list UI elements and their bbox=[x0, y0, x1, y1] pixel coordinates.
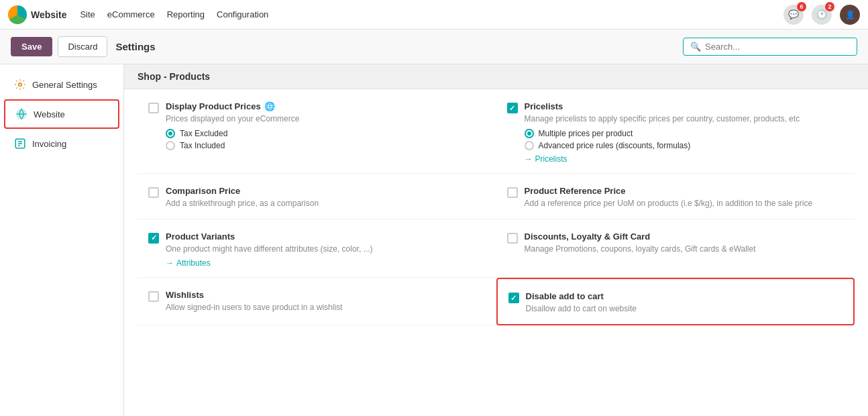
setting-product-variants: Product Variants One product might have … bbox=[138, 219, 496, 278]
logo-text: Website bbox=[31, 9, 66, 20]
product-reference-price-checkbox[interactable] bbox=[507, 187, 518, 198]
comparison-price-desc: Add a strikethrough price, as a comparis… bbox=[166, 198, 486, 209]
pricelists-link[interactable]: → Pricelists bbox=[525, 154, 845, 164]
product-reference-price-desc: Add a reference price per UoM on product… bbox=[525, 198, 845, 209]
product-variants-checkbox[interactable] bbox=[148, 233, 159, 244]
clock-badge: 2 bbox=[825, 2, 834, 11]
attributes-link[interactable]: → Attributes bbox=[166, 258, 486, 268]
pricelists-content: Pricelists Manage pricelists to apply sp… bbox=[525, 101, 845, 164]
advanced-price-radio[interactable]: Advanced price rules (discounts, formula… bbox=[525, 141, 845, 150]
avatar-icon: 👤 bbox=[845, 10, 855, 19]
sidebar-item-general-settings[interactable]: General Settings bbox=[4, 71, 119, 98]
setting-product-reference-price: Product Reference Price Add a reference … bbox=[496, 174, 855, 219]
pricelists-desc: Manage pricelists to apply specific pric… bbox=[525, 113, 845, 125]
discard-button[interactable]: Discard bbox=[58, 36, 107, 57]
save-button[interactable]: Save bbox=[11, 37, 52, 56]
setting-disable-add-to-cart: Disable add to cart Disallow add to cart… bbox=[496, 278, 855, 325]
search-icon: 🔍 bbox=[690, 42, 701, 52]
disable-add-to-cart-checkbox[interactable] bbox=[508, 293, 519, 303]
top-nav: Website Site eCommerce Reporting Configu… bbox=[0, 0, 868, 30]
sidebar-label-invoicing: Invoicing bbox=[32, 139, 66, 149]
comparison-price-checkbox[interactable] bbox=[148, 187, 159, 198]
toolbar: Save Discard Settings 🔍 bbox=[0, 30, 868, 64]
product-reference-price-content: Product Reference Price Add a reference … bbox=[525, 186, 845, 209]
disable-add-to-cart-desc: Disallow add to cart on website bbox=[526, 303, 843, 315]
nav-links: Site eCommerce Reporting Configuration bbox=[80, 9, 268, 19]
logo-icon bbox=[8, 5, 27, 24]
product-variants-title: Product Variants bbox=[166, 231, 486, 242]
clock-button[interactable]: 🕐 2 bbox=[812, 5, 832, 25]
setting-discounts-loyalty: Discounts, Loyalty & Gift Card Manage Pr… bbox=[496, 219, 855, 278]
advanced-price-radio-circle[interactable] bbox=[525, 141, 534, 150]
general-settings-icon bbox=[13, 78, 27, 91]
avatar[interactable]: 👤 bbox=[840, 5, 860, 25]
comparison-price-content: Comparison Price Add a strikethrough pri… bbox=[166, 186, 486, 209]
wishlists-title: Wishlists bbox=[166, 290, 486, 300]
settings-grid: Display Product Prices 🌐 Prices displaye… bbox=[124, 89, 868, 325]
website-icon bbox=[15, 107, 28, 121]
product-reference-price-title: Product Reference Price bbox=[525, 186, 845, 196]
tax-included-radio-circle[interactable] bbox=[166, 141, 175, 150]
invoicing-icon bbox=[13, 137, 27, 150]
wishlists-checkbox[interactable] bbox=[148, 291, 159, 302]
setting-pricelists: Pricelists Manage pricelists to apply sp… bbox=[496, 89, 855, 174]
search-input[interactable] bbox=[705, 42, 850, 52]
disable-add-to-cart-title: Disable add to cart bbox=[526, 291, 843, 301]
discounts-loyalty-title: Discounts, Loyalty & Gift Card bbox=[525, 231, 845, 242]
display-product-prices-title: Display Product Prices 🌐 bbox=[166, 101, 486, 111]
tax-excluded-radio[interactable]: Tax Excluded bbox=[166, 129, 486, 138]
discounts-loyalty-content: Discounts, Loyalty & Gift Card Manage Pr… bbox=[525, 231, 845, 255]
pricelists-checkbox[interactable] bbox=[507, 103, 518, 113]
globe-icon: 🌐 bbox=[264, 101, 275, 111]
sidebar-item-website[interactable]: Website bbox=[4, 99, 119, 129]
setting-display-product-prices: Display Product Prices 🌐 Prices displaye… bbox=[138, 89, 496, 174]
toolbar-title: Settings bbox=[115, 41, 155, 52]
disable-add-to-cart-content: Disable add to cart Disallow add to cart… bbox=[526, 291, 843, 315]
pricelists-radio-group: Multiple prices per product Advanced pri… bbox=[525, 129, 845, 150]
messages-button[interactable]: 💬 6 bbox=[783, 5, 804, 25]
display-product-prices-content: Display Product Prices 🌐 Prices displaye… bbox=[166, 101, 486, 153]
main-layout: General Settings Website Invoicing bbox=[0, 64, 868, 416]
nav-ecommerce[interactable]: eCommerce bbox=[107, 9, 155, 19]
section-title: Shop - Products bbox=[138, 71, 210, 82]
svg-point-0 bbox=[19, 83, 22, 87]
messages-badge: 6 bbox=[797, 2, 806, 11]
sidebar-item-invoicing[interactable]: Invoicing bbox=[4, 130, 119, 157]
nav-configuration[interactable]: Configuration bbox=[217, 9, 268, 19]
tax-included-radio[interactable]: Tax Included bbox=[166, 141, 486, 150]
setting-comparison-price: Comparison Price Add a strikethrough pri… bbox=[138, 174, 496, 219]
sidebar-label-website: Website bbox=[34, 109, 65, 119]
clock-icon: 🕐 bbox=[816, 9, 827, 19]
setting-wishlists: Wishlists Allow signed-in users to save … bbox=[138, 278, 496, 325]
display-product-prices-checkbox[interactable] bbox=[148, 103, 159, 113]
discounts-loyalty-checkbox[interactable] bbox=[507, 233, 518, 244]
wishlists-desc: Allow signed-in users to save product in… bbox=[166, 302, 486, 313]
sidebar: General Settings Website Invoicing bbox=[0, 64, 124, 416]
messages-icon: 💬 bbox=[788, 9, 799, 19]
nav-reporting[interactable]: Reporting bbox=[167, 9, 205, 19]
multiple-prices-radio[interactable]: Multiple prices per product bbox=[525, 129, 845, 138]
content-area: Shop - Products Display Product Prices 🌐… bbox=[124, 64, 868, 416]
search-box: 🔍 bbox=[683, 38, 857, 56]
sidebar-label-general: General Settings bbox=[32, 80, 97, 90]
pricelists-title: Pricelists bbox=[525, 101, 845, 111]
multiple-prices-radio-circle[interactable] bbox=[525, 129, 534, 138]
section-header: Shop - Products bbox=[124, 64, 868, 89]
logo[interactable]: Website bbox=[8, 5, 66, 24]
product-variants-desc: One product might have different attribu… bbox=[166, 244, 486, 255]
product-variants-content: Product Variants One product might have … bbox=[166, 231, 486, 268]
nav-right: 💬 6 🕐 2 👤 bbox=[783, 5, 860, 25]
discounts-loyalty-desc: Manage Promotions, coupons, loyalty card… bbox=[525, 244, 845, 255]
tax-excluded-radio-circle[interactable] bbox=[166, 129, 175, 138]
tax-radio-group: Tax Excluded Tax Included bbox=[166, 129, 486, 150]
comparison-price-title: Comparison Price bbox=[166, 186, 486, 196]
display-product-prices-desc: Prices displayed on your eCommerce bbox=[166, 113, 486, 125]
wishlists-content: Wishlists Allow signed-in users to save … bbox=[166, 290, 486, 313]
nav-site[interactable]: Site bbox=[80, 9, 95, 19]
